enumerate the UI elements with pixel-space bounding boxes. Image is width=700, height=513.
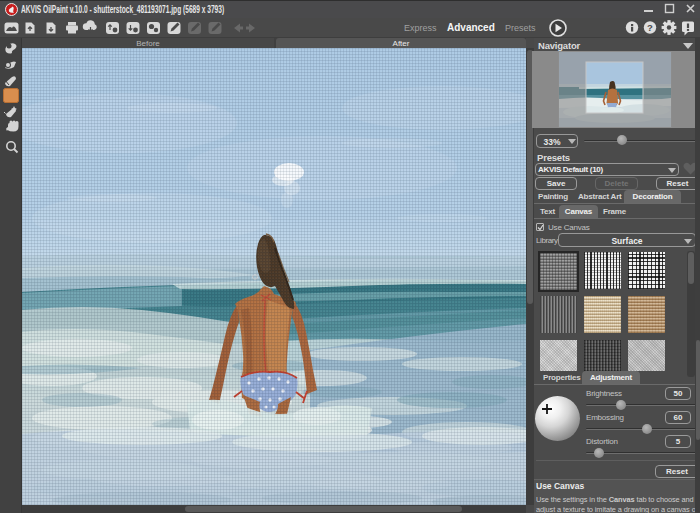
svg-text:?: ? bbox=[647, 22, 653, 33]
